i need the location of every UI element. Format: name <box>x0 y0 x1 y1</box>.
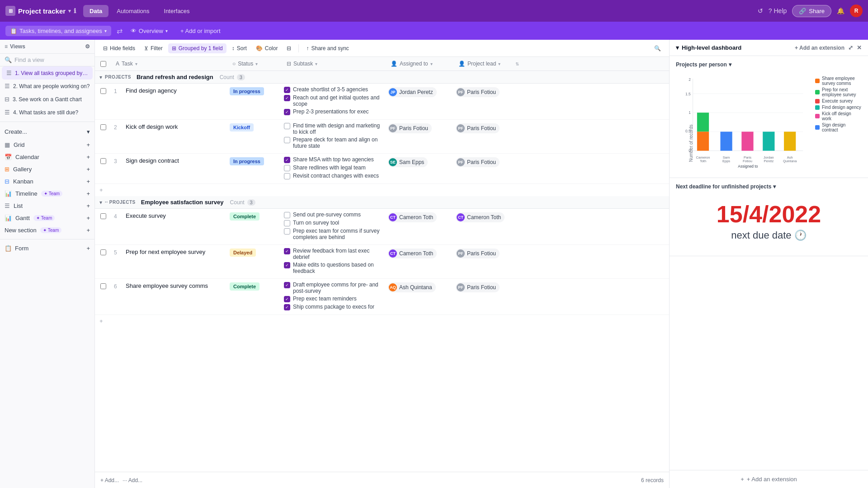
row3-check[interactable] <box>95 154 111 164</box>
row4-status[interactable]: Complete <box>226 209 280 224</box>
share-sync-btn[interactable]: ↑ Share and sync <box>302 43 352 53</box>
calendar-add[interactable]: + <box>86 154 90 160</box>
row6-lead-chip[interactable]: PF Paris Fotiou <box>456 282 500 292</box>
form-add[interactable]: + <box>86 245 90 252</box>
subtask-check[interactable] <box>284 123 290 129</box>
subtask-check[interactable] <box>284 220 290 226</box>
create-grid[interactable]: ▦Grid + <box>0 139 94 151</box>
info-icon[interactable]: ℹ <box>74 7 76 14</box>
row6-check[interactable] <box>95 279 111 289</box>
help-button[interactable]: ? Help <box>769 7 787 14</box>
form-item[interactable]: 📋 Form + <box>0 242 94 254</box>
create-gallery[interactable]: ⊞Gallery + <box>0 163 94 175</box>
new-section-item[interactable]: New section ✦ Team + <box>0 224 94 236</box>
nav-tab-interfaces[interactable]: Interfaces <box>158 5 196 17</box>
list-add[interactable]: + <box>86 202 90 209</box>
assigned-dropdown-icon[interactable]: ▾ <box>430 61 433 66</box>
row1-status[interactable]: In progress <box>226 84 280 99</box>
subtask-check[interactable]: ✓ <box>284 304 290 310</box>
sidebar-item-view2[interactable]: ☰ 2. What are people working on? <box>0 80 94 93</box>
panel-expand-icon[interactable]: ⤢ <box>848 44 853 51</box>
subtask-dropdown-icon[interactable]: ▾ <box>315 61 317 66</box>
group1-collapse[interactable]: ▾ <box>99 74 102 80</box>
lead-arrows[interactable]: ⇅ <box>515 61 519 66</box>
row5-status[interactable]: Delayed <box>226 245 280 260</box>
grid-add[interactable]: + <box>86 141 90 148</box>
chart-section-title[interactable]: Projects per person ▾ <box>676 61 862 68</box>
header-check[interactable] <box>95 61 111 67</box>
sort-btn[interactable]: ↕ Sort <box>228 43 250 53</box>
add-row-group2[interactable]: + <box>95 315 669 327</box>
share-button[interactable]: 🔗 Share <box>792 5 831 17</box>
history-icon[interactable]: ↺ <box>758 7 763 14</box>
panel-collapse-icon[interactable]: ▾ <box>676 44 679 51</box>
status-dropdown-icon[interactable]: ▾ <box>255 61 258 66</box>
row3-status[interactable]: In progress <box>226 154 280 169</box>
search-btn[interactable]: 🔍 <box>651 43 665 53</box>
create-kanban[interactable]: ⊟Kanban + <box>0 175 94 188</box>
row5-check[interactable] <box>95 245 111 255</box>
row2-check[interactable] <box>95 120 111 130</box>
row1-checkbox[interactable] <box>100 88 106 94</box>
gantt-add[interactable]: + <box>86 215 90 221</box>
row-height-btn[interactable]: ⊟ <box>283 43 295 53</box>
lead-dropdown-icon[interactable]: ▾ <box>498 61 500 66</box>
add-btn[interactable]: + Add... <box>100 477 119 483</box>
notifications-icon[interactable]: 🔔 <box>837 7 844 14</box>
subtask-check[interactable]: ✓ <box>284 248 290 254</box>
add-row-group1[interactable]: + <box>95 184 669 196</box>
subtask-check[interactable] <box>284 165 290 171</box>
row6-assigned-chip[interactable]: AQ Ash Quintana <box>388 282 436 292</box>
panel-close-icon[interactable]: ✕ <box>857 44 862 51</box>
subtask-check[interactable]: ✓ <box>284 157 290 163</box>
create-gantt[interactable]: 📊 Gantt ✦ Team + <box>0 212 94 224</box>
grouped-by-btn[interactable]: ⊞ Grouped by 1 field <box>168 43 226 53</box>
row5-checkbox[interactable] <box>100 249 106 255</box>
timeline-add[interactable]: + <box>86 190 90 197</box>
title-dropdown-icon[interactable]: ▾ <box>68 8 71 14</box>
row1-lead-chip[interactable]: PF Paris Fotiou <box>456 87 500 97</box>
overview-dropdown[interactable]: ▾ <box>165 28 168 33</box>
kanban-add[interactable]: + <box>86 178 90 185</box>
user-avatar[interactable]: R <box>850 5 863 17</box>
row4-assigned-chip[interactable]: CT Cameron Toth <box>388 212 437 222</box>
add-extension-btn-header[interactable]: + Add an extension <box>795 45 844 51</box>
sub-nav-tasks[interactable]: 📋 Tasks, timelines, and assignees ▾ <box>5 26 111 36</box>
row3-checkbox[interactable] <box>100 158 106 164</box>
tasks-dropdown[interactable]: ▾ <box>104 28 107 33</box>
row6-checkbox[interactable] <box>100 283 106 289</box>
subtask-check[interactable] <box>284 212 290 218</box>
group2-collapse[interactable]: ▾ <box>99 199 102 206</box>
subtask-check[interactable]: ✓ <box>284 282 290 288</box>
sidebar-item-view1[interactable]: ☰ 1. View all tasks grouped by p... <box>2 66 93 80</box>
subtask1-check[interactable]: ✓ <box>284 87 290 93</box>
row1-check[interactable] <box>95 84 111 94</box>
row6-status[interactable]: Complete <box>226 279 280 294</box>
task-dropdown-icon[interactable]: ▾ <box>135 61 137 66</box>
row2-lead-chip[interactable]: PF Paris Fotiou <box>456 123 500 133</box>
sub-nav-add-import[interactable]: + Add or import <box>176 26 225 36</box>
create-calendar[interactable]: 📅Calendar + <box>0 151 94 163</box>
row1-assigned-chip[interactable]: JP Jordan Peretz <box>388 87 437 97</box>
settings-icon[interactable]: ⚙ <box>85 43 90 50</box>
sidebar-item-view3[interactable]: ⊟ 3. See work on a Gantt chart <box>0 93 94 106</box>
row5-assigned-chip[interactable]: CT Cameron Toth <box>388 249 437 258</box>
sidebar-item-view4[interactable]: ☰ 4. What tasks are still due? <box>0 106 94 119</box>
subtask2-check[interactable]: ✓ <box>284 95 290 101</box>
color-btn[interactable]: 🎨 Color <box>252 43 282 53</box>
create-section-header[interactable]: Create... ▾ <box>0 125 94 139</box>
subtask-check[interactable] <box>284 137 290 143</box>
add-extension-footer[interactable]: + + Add an extension <box>670 470 868 488</box>
row4-check[interactable] <box>95 209 111 219</box>
nav-tab-data[interactable]: Data <box>83 5 108 17</box>
add-dotted-btn[interactable]: ··· Add... <box>123 477 142 483</box>
row2-assigned-chip[interactable]: PF Paris Fotiou <box>388 123 432 133</box>
filter-btn[interactable]: ⊻ Filter <box>141 43 166 53</box>
subtask-check[interactable] <box>284 228 290 235</box>
subtask-check[interactable]: ✓ <box>284 296 290 302</box>
row2-status[interactable]: Kickoff <box>226 120 280 135</box>
row3-lead-chip[interactable]: PF Paris Fotiou <box>456 157 500 167</box>
row4-checkbox[interactable] <box>100 213 106 219</box>
subtask-check[interactable]: ✓ <box>284 262 290 268</box>
create-timeline[interactable]: 📊 Timeline ✦ Team + <box>0 188 94 200</box>
